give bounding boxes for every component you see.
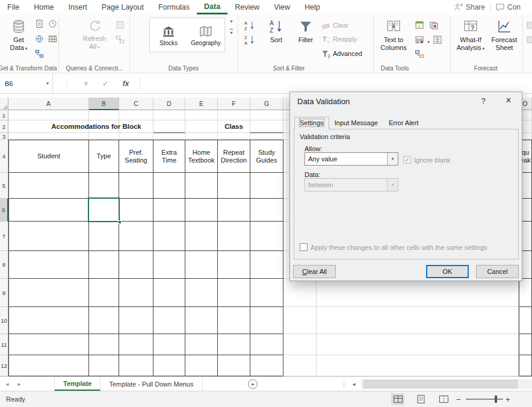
- cell[interactable]: [317, 334, 519, 355]
- cell[interactable]: [153, 222, 185, 251]
- name-box[interactable]: B6 ▾: [0, 73, 53, 93]
- cell[interactable]: [185, 110, 218, 120]
- cell[interactable]: [153, 173, 185, 199]
- cell[interactable]: [89, 307, 119, 334]
- cell[interactable]: [8, 110, 89, 120]
- tab-review[interactable]: Review: [227, 0, 267, 14]
- cell[interactable]: [89, 173, 119, 199]
- cell[interactable]: [8, 307, 89, 334]
- cell[interactable]: [218, 334, 250, 355]
- cell[interactable]: [185, 334, 218, 355]
- cell[interactable]: [519, 307, 532, 334]
- cell[interactable]: [185, 307, 218, 334]
- cell[interactable]: [218, 110, 250, 120]
- gallery-down-button[interactable]: ▾: [230, 19, 232, 24]
- cell[interactable]: [250, 307, 283, 334]
- row-header-12[interactable]: 12: [0, 355, 8, 376]
- existing-connections-button[interactable]: [34, 48, 45, 59]
- cell[interactable]: [89, 355, 119, 376]
- cell[interactable]: [153, 307, 185, 334]
- cell[interactable]: [250, 199, 283, 222]
- allow-dropdown-button[interactable]: ▾: [387, 153, 398, 165]
- horizontal-scrollbar-thumb[interactable]: [363, 380, 518, 388]
- row-header-5[interactable]: 5: [0, 173, 8, 199]
- cell[interactable]: [119, 355, 153, 376]
- share-button[interactable]: Share: [466, 3, 485, 11]
- sheet-tab-template[interactable]: Template: [54, 377, 101, 391]
- page-layout-view-button[interactable]: [414, 393, 427, 405]
- sort-button[interactable]: AZ Sort: [263, 17, 289, 44]
- cell[interactable]: [519, 355, 532, 376]
- cell[interactable]: [8, 251, 89, 279]
- cell[interactable]: [119, 334, 153, 355]
- cell[interactable]: [218, 133, 250, 140]
- cell[interactable]: [185, 355, 218, 376]
- column-header-E[interactable]: E: [185, 98, 218, 110]
- cell[interactable]: [250, 110, 283, 120]
- column-header-D[interactable]: D: [153, 98, 185, 110]
- cell[interactable]: [8, 133, 89, 140]
- cell[interactable]: [218, 279, 250, 307]
- row-header-10[interactable]: 10: [0, 307, 8, 334]
- advanced-filter-button[interactable]: Advanced: [321, 48, 362, 59]
- cell[interactable]: [153, 279, 185, 307]
- ok-button[interactable]: OK: [426, 265, 469, 278]
- cell[interactable]: [89, 222, 119, 251]
- flash-fill-button[interactable]: [414, 20, 425, 31]
- tab-data[interactable]: Data: [197, 0, 227, 14]
- cell[interactable]: Study Guides: [250, 140, 283, 173]
- zoom-slider[interactable]: [466, 399, 503, 400]
- row-header-1[interactable]: 1: [0, 110, 8, 120]
- sort-descending-button[interactable]: ZA: [243, 34, 256, 45]
- tab-error-alert[interactable]: Error Alert: [383, 117, 424, 129]
- cell[interactable]: [218, 222, 250, 251]
- cell[interactable]: [250, 222, 283, 251]
- cell[interactable]: [8, 173, 89, 199]
- get-data-button[interactable]: GetData▾: [2, 17, 35, 52]
- sort-ascending-button[interactable]: AZ: [243, 20, 256, 31]
- cell[interactable]: [153, 133, 185, 140]
- clear-all-button[interactable]: Clear All: [293, 265, 336, 278]
- from-web-button[interactable]: [34, 33, 45, 44]
- tab-file[interactable]: File: [0, 0, 26, 14]
- cell[interactable]: [8, 355, 89, 376]
- cell[interactable]: [8, 279, 89, 307]
- tab-scroll-splitter[interactable]: ⋮: [341, 377, 347, 391]
- sheet-nav-left-button[interactable]: ◄: [5, 377, 10, 391]
- cell[interactable]: Student: [8, 140, 89, 173]
- row-header-7[interactable]: 7: [0, 222, 8, 251]
- row-header-8[interactable]: 8: [0, 251, 8, 279]
- row-header-3[interactable]: 3: [0, 133, 8, 140]
- tab-insert[interactable]: Insert: [61, 0, 94, 14]
- formula-input[interactable]: [140, 73, 532, 93]
- cell[interactable]: Repeat Direction: [218, 140, 250, 173]
- fill-handle[interactable]: [118, 220, 122, 224]
- cell[interactable]: [218, 307, 250, 334]
- cell[interactable]: Pref. Seating: [119, 140, 153, 173]
- page-break-view-button[interactable]: [437, 393, 450, 405]
- column-header-F[interactable]: F: [218, 98, 250, 110]
- cell[interactable]: [119, 173, 153, 199]
- filter-button[interactable]: Filter: [292, 17, 319, 44]
- cell[interactable]: [119, 222, 153, 251]
- cell[interactable]: [250, 120, 283, 133]
- cell[interactable]: [153, 251, 185, 279]
- recent-sources-button[interactable]: [47, 18, 58, 29]
- chevron-down-icon[interactable]: ▾: [46, 81, 52, 86]
- hscroll-left-button[interactable]: ◄: [351, 377, 356, 391]
- cell[interactable]: [153, 355, 185, 376]
- cell[interactable]: [218, 355, 250, 376]
- zoom-in-button[interactable]: +: [506, 391, 510, 407]
- stocks-button[interactable]: Stocks: [150, 18, 187, 52]
- cell[interactable]: [283, 307, 317, 334]
- cell[interactable]: [153, 199, 185, 222]
- cancel-button[interactable]: Cancel: [476, 265, 519, 278]
- tab-settings[interactable]: Settings: [294, 117, 329, 130]
- cell[interactable]: [283, 279, 317, 307]
- comments-button[interactable]: Con: [507, 3, 521, 11]
- cell[interactable]: [119, 110, 153, 120]
- text-to-columns-button[interactable]: Text toColumns: [377, 17, 410, 52]
- cell[interactable]: [250, 355, 283, 376]
- tab-home[interactable]: Home: [26, 0, 61, 14]
- cell[interactable]: [89, 279, 119, 307]
